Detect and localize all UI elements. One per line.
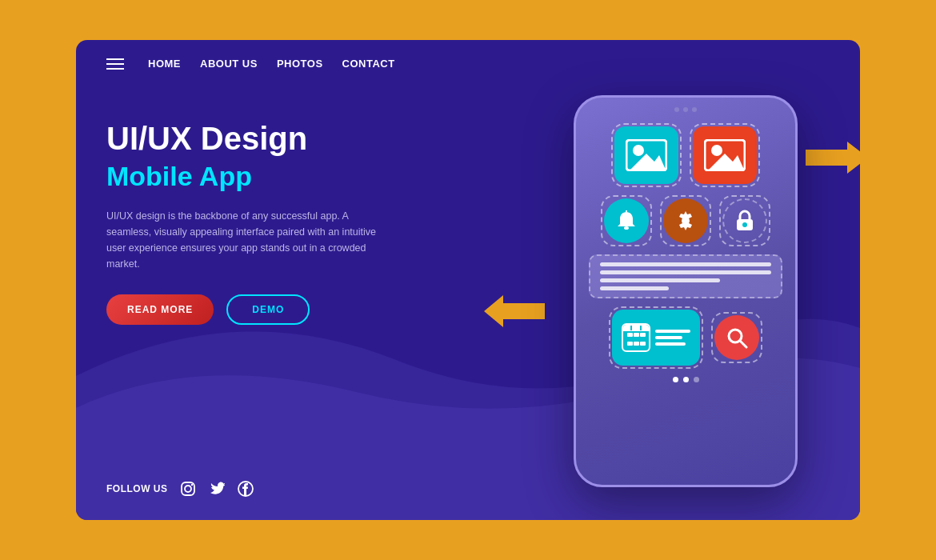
app-icon-settings[interactable] — [663, 198, 708, 243]
right-panel — [542, 95, 830, 487]
nav-links: HOME ABOUT US PHOTOS CONTACT — [148, 58, 395, 70]
svg-point-3 — [633, 145, 644, 156]
heading-sub: Mobile App — [106, 161, 542, 192]
svg-point-6 — [711, 145, 722, 156]
cal-body — [626, 331, 647, 350]
nav-photos[interactable]: PHOTOS — [277, 58, 323, 70]
app-icon-lock[interactable] — [722, 198, 767, 243]
dashed-wrap-search — [711, 312, 762, 363]
svg-rect-8 — [624, 226, 629, 230]
facebook-icon[interactable] — [237, 480, 254, 498]
instagram-icon[interactable] — [179, 480, 197, 498]
svg-marker-0 — [806, 142, 860, 174]
left-panel: UI/UX Design Mobile App UI/UX design is … — [106, 95, 542, 325]
nav-about[interactable]: ABOUT US — [200, 58, 258, 70]
phone-pagination — [576, 377, 795, 389]
dashed-wrap-lock — [719, 195, 770, 246]
svg-marker-7 — [709, 154, 744, 170]
svg-marker-1 — [484, 295, 545, 327]
dashed-wrap-2 — [690, 123, 760, 187]
dashed-wrap-calendar — [609, 306, 703, 369]
follow-label: FOLLOW US — [106, 483, 168, 494]
button-group: READ MORE DEMO — [106, 294, 542, 325]
dashed-wrap-settings — [660, 195, 711, 246]
small-icons-row — [589, 195, 782, 246]
calendar-icon — [622, 323, 650, 352]
text-line-2 — [600, 270, 771, 274]
follow-us-section: FOLLOW US — [106, 480, 254, 498]
svg-point-16 — [185, 486, 191, 492]
twitter-icon[interactable] — [208, 480, 226, 498]
cal-lines — [655, 330, 690, 346]
pagination-dot-1 — [673, 377, 678, 382]
arrow-left-icon — [484, 294, 545, 329]
dashed-wrap-1 — [611, 123, 682, 187]
text-line-4 — [600, 286, 669, 290]
phone-screen — [576, 118, 795, 374]
pagination-dot-2 — [683, 377, 689, 382]
app-icon-search[interactable] — [714, 315, 759, 360]
phone-mockup — [574, 95, 798, 487]
svg-marker-4 — [630, 154, 666, 170]
demo-button[interactable]: DEMO — [226, 294, 310, 325]
navbar: HOME ABOUT US PHOTOS CONTACT — [76, 40, 860, 87]
app-icon-calendar[interactable] — [612, 310, 700, 366]
main-content: UI/UX Design Mobile App UI/UX design is … — [76, 87, 860, 487]
svg-line-14 — [740, 341, 746, 347]
phone-dot — [683, 107, 688, 112]
hamburger-menu-icon[interactable] — [106, 58, 124, 70]
description-text: UI/UX design is the backbone of any succ… — [106, 208, 378, 272]
nav-contact[interactable]: CONTACT — [342, 58, 395, 70]
pagination-dot-3 — [694, 377, 699, 382]
bottom-row — [589, 306, 782, 369]
cal-top — [623, 325, 649, 331]
app-icon-image-teal[interactable] — [614, 126, 678, 184]
app-icon-image-red[interactable] — [693, 126, 757, 184]
svg-point-17 — [190, 484, 192, 486]
dashed-wrap-bell — [601, 195, 652, 246]
arrow-right-icon — [806, 140, 860, 175]
heading-main: UI/UX Design — [106, 119, 542, 158]
read-more-button[interactable]: READ MORE — [106, 294, 214, 325]
main-card: HOME ABOUT US PHOTOS CONTACT UI/UX Desig… — [76, 40, 860, 520]
phone-top-bar — [576, 98, 795, 118]
app-icon-bell[interactable] — [604, 198, 649, 243]
nav-home[interactable]: HOME — [148, 58, 181, 70]
app-icons-row-1 — [589, 123, 782, 187]
text-line-1 — [600, 262, 771, 266]
text-line-3 — [600, 278, 720, 282]
text-widget — [589, 254, 782, 298]
svg-point-12 — [742, 222, 747, 227]
phone-dot — [692, 107, 697, 112]
phone-dot — [674, 107, 679, 112]
